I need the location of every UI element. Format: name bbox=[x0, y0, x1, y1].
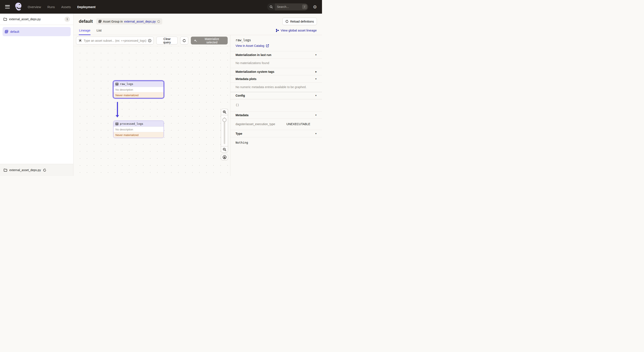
asset-group-list: default bbox=[0, 25, 73, 38]
sidebar-item-label: default bbox=[10, 30, 19, 33]
section-metadata-plots[interactable]: Metadata plots ▼ bbox=[230, 75, 322, 83]
view-in-asset-catalog-link[interactable]: View in Asset Catalog bbox=[236, 44, 269, 47]
caret-down-icon: ▼ bbox=[315, 54, 317, 56]
nav-item-runs[interactable]: Runs bbox=[48, 5, 55, 9]
search-icon bbox=[267, 3, 275, 10]
tab-list[interactable]: List bbox=[96, 28, 102, 35]
zoom-out-icon bbox=[223, 148, 226, 151]
asset-subset-placeholder: Type an asset subset... (ex: ++processed… bbox=[84, 39, 146, 42]
config-value: {} bbox=[230, 99, 322, 111]
folder-icon bbox=[4, 18, 7, 21]
metadata-table: dagster/asset_execution_type UNEXECUTABL… bbox=[230, 119, 322, 130]
asset-selector-icon bbox=[78, 39, 82, 42]
materialize-selected-button[interactable]: Materialize selected bbox=[191, 37, 228, 44]
asset-node-status: Never materialized bbox=[114, 132, 164, 138]
view-in-asset-catalog-label: View in Asset Catalog bbox=[236, 44, 264, 47]
sidebar-repo-row[interactable]: external_asset_deps.py 1 bbox=[0, 14, 73, 25]
caret-down-icon: ▼ bbox=[315, 133, 317, 135]
asset-group-icon bbox=[98, 20, 102, 23]
reload-icon[interactable] bbox=[43, 169, 46, 172]
asset-group-icon bbox=[5, 30, 8, 33]
nav-item-deployment[interactable]: Deployment bbox=[77, 5, 96, 9]
external-link-icon bbox=[266, 44, 269, 47]
asset-node-raw-logs[interactable]: raw_logs No description Never materializ… bbox=[113, 81, 164, 98]
zoom-in-button[interactable] bbox=[221, 109, 228, 115]
nav-item-overview[interactable]: Overview bbox=[28, 5, 41, 9]
asset-node-name: processed_logs bbox=[120, 122, 143, 125]
search-placeholder: Search... bbox=[275, 5, 302, 8]
section-label: Materialization system tags bbox=[236, 70, 274, 73]
asset-node-status: Never materialized bbox=[114, 92, 164, 98]
asset-node-description: No description bbox=[114, 87, 164, 92]
recenter-button[interactable] bbox=[221, 154, 228, 160]
tabs-bar: Lineage List View global asset lineage bbox=[74, 25, 322, 35]
zoom-panel bbox=[221, 109, 228, 153]
asset-node-description: No description bbox=[114, 127, 164, 132]
sidebar-repo-name: external_asset_deps.py bbox=[9, 17, 62, 21]
main-panel: default Asset Group in external_asset_de… bbox=[74, 14, 322, 176]
tab-lineage[interactable]: Lineage bbox=[79, 28, 90, 35]
metadata-key: dagster/asset_execution_type bbox=[236, 122, 279, 126]
reload-icon bbox=[285, 20, 288, 23]
footer-repo-name: external_asset_deps.py bbox=[9, 168, 41, 172]
reload-definitions-button[interactable]: Reload definitions bbox=[282, 18, 317, 25]
section-type[interactable]: Type ▼ bbox=[230, 130, 322, 137]
zoom-in-icon bbox=[223, 110, 226, 114]
section-label: Config bbox=[236, 94, 245, 97]
view-global-asset-lineage-label: View global asset lineage bbox=[281, 28, 317, 32]
page-title: default bbox=[79, 19, 93, 24]
sidebar-footer-repo[interactable]: external_asset_deps.py bbox=[0, 164, 73, 176]
view-global-asset-lineage-link[interactable]: View global asset lineage bbox=[276, 28, 317, 35]
search-shortcut-key: / bbox=[302, 4, 307, 9]
section-label: Type bbox=[236, 132, 242, 135]
asset-node-header: raw_logs bbox=[114, 81, 164, 87]
breadcrumb-prefix: Asset Group in bbox=[103, 20, 123, 23]
asset-node-name: raw_logs bbox=[120, 82, 133, 85]
repo-count-badge: 1 bbox=[64, 16, 70, 22]
sidebar-item-default-group[interactable]: default bbox=[2, 27, 71, 36]
table-icon bbox=[116, 83, 118, 85]
zoom-slider-thumb[interactable] bbox=[222, 118, 226, 122]
zoom-out-button[interactable] bbox=[221, 146, 228, 152]
lineage-canvas: Type an asset subset... (ex: ++processed… bbox=[74, 35, 230, 176]
caret-right-icon: ▶ bbox=[316, 71, 317, 73]
top-nav: Overview Runs Assets Deployment Search..… bbox=[0, 0, 322, 14]
materialize-selected-label: Materialize selected bbox=[199, 37, 225, 44]
page-header: default Asset Group in external_asset_de… bbox=[74, 14, 322, 25]
asset-node-header: processed_logs bbox=[114, 121, 164, 127]
last-run-empty-text: No materializations found bbox=[230, 58, 322, 68]
gear-icon[interactable]: ⚙ bbox=[313, 5, 317, 9]
hamburger-menu-icon[interactable] bbox=[5, 5, 10, 8]
lineage-edge-arrow bbox=[116, 102, 119, 117]
info-icon[interactable] bbox=[148, 39, 152, 42]
section-materialization-system-tags[interactable]: Materialization system tags ▶ bbox=[230, 68, 322, 75]
refresh-graph-button[interactable] bbox=[180, 37, 188, 44]
search-input[interactable]: Search... / bbox=[267, 3, 308, 10]
graph-area[interactable]: raw_logs No description Never materializ… bbox=[74, 46, 230, 176]
section-config[interactable]: Config ▼ bbox=[230, 92, 322, 99]
section-label: Metadata bbox=[236, 113, 248, 117]
type-value: Nothing bbox=[230, 137, 322, 149]
download-circle-icon bbox=[222, 155, 226, 159]
metadata-value: UNEXECUTABLE bbox=[286, 122, 317, 126]
breadcrumb-repo-link[interactable]: external_asset_deps.py bbox=[124, 20, 156, 23]
clear-query-button[interactable]: Clear query bbox=[156, 37, 178, 44]
caret-down-icon: ▼ bbox=[315, 94, 317, 97]
reload-definitions-label: Reload definitions bbox=[290, 20, 314, 23]
asset-node-processed-logs[interactable]: processed_logs No description Never mate… bbox=[113, 120, 164, 138]
table-icon bbox=[116, 122, 118, 125]
nav-item-assets[interactable]: Assets bbox=[61, 5, 71, 9]
graph-toolbar: Type an asset subset... (ex: ++processed… bbox=[74, 35, 230, 46]
refresh-icon bbox=[182, 39, 186, 42]
metadata-row: dagster/asset_execution_type UNEXECUTABL… bbox=[236, 122, 317, 126]
reload-icon[interactable] bbox=[157, 20, 160, 23]
dagster-logo-icon[interactable] bbox=[14, 2, 22, 11]
asset-subset-input[interactable]: Type an asset subset... (ex: ++processed… bbox=[76, 37, 154, 44]
sidebar: external_asset_deps.py 1 default externa… bbox=[0, 14, 74, 176]
zoom-slider[interactable] bbox=[221, 115, 228, 146]
section-materialization-last-run[interactable]: Materialization in last run ▼ bbox=[230, 51, 322, 58]
section-metadata[interactable]: Metadata ▼ bbox=[230, 111, 322, 119]
asset-group-breadcrumb: Asset Group in external_asset_deps.py bbox=[96, 18, 162, 24]
section-label: Materialization in last run bbox=[236, 53, 271, 57]
metadata-plots-empty-text: No numeric metadata entries available to… bbox=[230, 83, 322, 92]
